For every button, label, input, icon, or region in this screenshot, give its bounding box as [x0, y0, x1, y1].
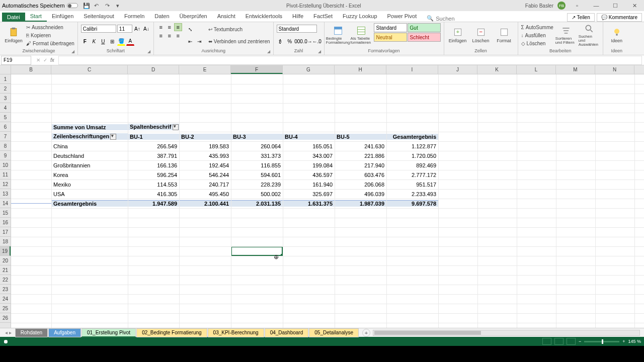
undo-icon[interactable]: ↶ [94, 3, 100, 9]
decrease-decimal-icon[interactable]: ←.0 [313, 38, 321, 46]
row-header-18[interactable]: 18 [0, 237, 11, 246]
style-schlecht[interactable]: Schlecht [408, 33, 441, 42]
row-header-26[interactable]: 26 [0, 313, 11, 323]
dialog-launcher-icon[interactable]: ◢ [147, 49, 152, 54]
row-header-12[interactable]: 12 [0, 179, 11, 189]
col-header-E[interactable]: E [179, 65, 231, 74]
tab-seitenlayout[interactable]: Seitenlayout [78, 12, 119, 22]
tab-factset[interactable]: FactSet [308, 12, 338, 22]
tab-überprüfen[interactable]: Überprüfen [175, 12, 212, 22]
sheet-nav-buttons[interactable]: ◂ ▸ [2, 330, 15, 335]
format-cells-button[interactable]: Format [494, 23, 515, 47]
autosave-toggle[interactable]: Automatisches Speichern [2, 3, 78, 9]
tab-daten[interactable]: Daten [149, 12, 174, 22]
style-neutral[interactable]: Neutral [374, 33, 407, 42]
tab-file[interactable]: Datei [2, 13, 25, 22]
percent-button[interactable]: % [286, 38, 294, 46]
align-bottom-left[interactable]: ≡ [157, 32, 165, 40]
row-header-3[interactable]: 3 [0, 94, 11, 103]
dialog-launcher-icon[interactable]: ◢ [267, 49, 272, 54]
fill-color-button[interactable]: 🪣 [117, 38, 125, 46]
zoom-out-icon[interactable]: − [579, 339, 581, 344]
wrap-text-button[interactable]: ↩Textumbruch [208, 26, 270, 33]
minimize-icon[interactable]: — [589, 1, 604, 10]
sheet-tab[interactable]: 04_Dashboard [265, 328, 309, 337]
user-avatar[interactable]: FB [557, 2, 566, 10]
bold-button[interactable]: F [81, 38, 89, 46]
row-header-10[interactable]: 10 [0, 160, 11, 170]
align-bottom-right[interactable]: ≡ [174, 32, 182, 40]
zoom-in-icon[interactable]: + [622, 339, 625, 344]
select-all-corner[interactable] [0, 65, 11, 74]
tab-ansicht[interactable]: Ansicht [212, 12, 240, 22]
zoom-slider[interactable] [584, 341, 619, 342]
cell-styles-gallery[interactable]: Standard Gut Neutral Schlecht [374, 23, 441, 47]
style-standard[interactable]: Standard [374, 23, 407, 32]
toggle-switch[interactable] [67, 3, 78, 8]
row-header-23[interactable]: 23 [0, 285, 11, 294]
name-box[interactable]: F19 [1, 56, 31, 65]
tab-hilfe[interactable]: Hilfe [287, 12, 308, 22]
row-header-9[interactable]: 9 [0, 151, 11, 160]
normal-view-icon[interactable] [542, 338, 551, 345]
tab-start[interactable]: Start [25, 12, 47, 22]
indent-increase-icon[interactable]: ⇥ [195, 37, 203, 45]
format-as-table-button[interactable]: Als Tabelle formatieren [351, 23, 372, 47]
row-header-25[interactable]: 25 [0, 304, 11, 313]
add-sheet-button[interactable]: + [362, 329, 370, 337]
save-icon[interactable]: 💾 [83, 3, 89, 9]
row-header-19[interactable]: 19 [0, 246, 11, 256]
pivot-row-field-dropdown[interactable]: Zeilenbeschriftungen [51, 133, 128, 140]
row-header-5[interactable]: 5 [0, 113, 11, 122]
customize-qat-icon[interactable]: ▾ [116, 3, 122, 9]
row-header-8[interactable]: 8 [0, 141, 11, 151]
page-layout-view-icon[interactable] [554, 338, 564, 345]
tab-fuzzy lookup[interactable]: Fuzzy Lookup [338, 12, 382, 22]
accept-formula-icon[interactable]: ✓ [43, 57, 47, 63]
horizontal-scrollbar[interactable] [373, 330, 640, 336]
cells-area[interactable]: Summe von UmsatzSpaltenbeschrifZeilenbes… [11, 74, 644, 328]
comments-button[interactable]: 💬 Kommentare [597, 13, 642, 22]
align-top-center[interactable]: ≡ [166, 23, 174, 31]
tab-einfügen[interactable]: Einfügen [47, 12, 78, 22]
font-size-select[interactable] [117, 25, 132, 33]
row-header-22[interactable]: 22 [0, 275, 11, 285]
col-header-H[interactable]: H [335, 65, 386, 74]
sheet-tab[interactable]: 05_Detailanalyse [309, 328, 359, 337]
row-header-14[interactable]: 14 [0, 199, 11, 208]
maximize-icon[interactable]: ☐ [608, 1, 623, 10]
share-button[interactable]: ↗ Teilen [567, 13, 595, 22]
col-header-B[interactable]: B [11, 65, 51, 74]
align-bottom-center[interactable]: ≡ [166, 32, 174, 40]
dialog-launcher-icon[interactable]: ◢ [71, 49, 76, 54]
cancel-formula-icon[interactable]: ✕ [36, 57, 40, 63]
col-header-N[interactable]: N [595, 65, 634, 74]
copy-button[interactable]: ⎘Kopieren [26, 32, 74, 39]
row-header-6[interactable]: 6 [0, 122, 11, 132]
pivot-col-field-dropdown[interactable]: Spaltenbeschrif [128, 124, 179, 130]
col-header-C[interactable]: C [51, 65, 128, 74]
row-header-4[interactable]: 4 [0, 103, 11, 113]
sheet-tab[interactable]: Rohdaten [15, 328, 48, 337]
sheet-tab[interactable]: 03_KPI-Berechnung [208, 328, 264, 337]
shrink-font-icon[interactable]: A↓ [142, 25, 150, 33]
zoom-level[interactable]: 145 % [628, 339, 641, 344]
align-top-left[interactable]: ≡ [157, 23, 165, 31]
sheet-tab[interactable]: Aufgaben [48, 328, 81, 337]
ribbon-display-icon[interactable]: ▫ [570, 1, 585, 10]
orientation-button[interactable]: ⤡ [186, 25, 194, 33]
row-header-20[interactable]: 20 [0, 256, 11, 265]
close-icon[interactable]: ✕ [627, 1, 642, 10]
record-macro-icon[interactable]: ⏺ [3, 338, 9, 344]
align-top-right[interactable]: ≡ [174, 23, 182, 31]
formula-input[interactable] [58, 56, 642, 65]
delete-cells-button[interactable]: −Löschen [470, 23, 492, 47]
row-header-1[interactable]: 1 [0, 74, 11, 84]
row-header-15[interactable]: 15 [0, 208, 11, 218]
format-painter-button[interactable]: 🖌Format übertragen [26, 40, 74, 47]
row-header-24[interactable]: 24 [0, 294, 11, 304]
insert-cells-button[interactable]: +Einfügen [447, 23, 468, 47]
pivot-table[interactable]: Summe von UmsatzSpaltenbeschrifZeilenbes… [11, 122, 438, 208]
sort-filter-button[interactable]: Sortieren und Filtern [555, 23, 577, 47]
row-header-16[interactable]: 16 [0, 218, 11, 227]
